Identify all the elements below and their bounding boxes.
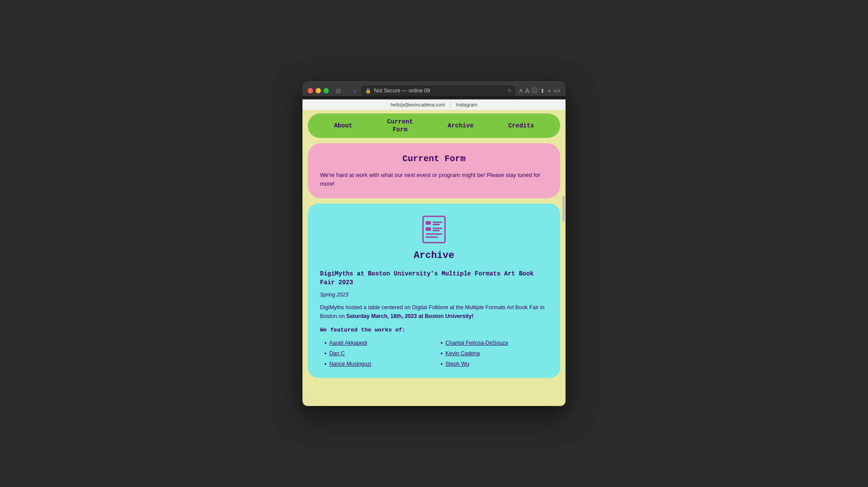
artist-kevin-link[interactable]: Kevin Cadena <box>445 350 480 356</box>
svg-rect-2 <box>433 222 442 223</box>
archive-document-icon <box>419 214 449 245</box>
forward-button[interactable]: › <box>352 86 358 95</box>
artist-chantal-link[interactable]: Chantal Feitosa-DeSouza <box>445 340 508 346</box>
featured-works-heading: We featured the works of: <box>320 327 548 333</box>
browser-titlebar: ⊟ ‹ › 🔒 Not Secure — online 09 ↻ A A ⓘ ⬆… <box>308 85 560 96</box>
instagram-link[interactable]: Instagram <box>451 101 483 108</box>
reload-icon[interactable]: ↻ <box>508 88 512 94</box>
archive-icon-container <box>320 214 548 245</box>
sidebar-icon: ⊟ <box>336 87 341 94</box>
current-form-body: We're hard at work with what our next ev… <box>320 171 548 188</box>
svg-rect-7 <box>426 233 442 235</box>
font-larger-icon[interactable]: A <box>525 87 529 94</box>
current-form-section: Current Form We're hard at work with wha… <box>308 143 560 198</box>
artist-nance-link[interactable]: Nance Musinguzi <box>329 361 371 367</box>
event-desc-bold: Saturday March, 18th, 2023 at Boston Uni… <box>346 313 473 319</box>
security-icon: 🔒 <box>365 88 371 94</box>
browser-controls: ⊟ ‹ › <box>336 86 357 95</box>
new-tab-icon[interactable]: + <box>548 88 551 94</box>
share-icon[interactable]: ⬆ <box>540 88 545 94</box>
artist-steph: Steph Wu <box>441 360 548 367</box>
address-bar[interactable]: 🔒 Not Secure — online 09 ↻ <box>361 85 516 96</box>
nav-archive[interactable]: Archive <box>448 122 473 129</box>
artist-chantal: Chantal Feitosa-DeSouza <box>441 339 548 346</box>
site-nav: About CurrentForm Archive Credits <box>308 113 560 138</box>
browser-chrome: ⊟ ‹ › 🔒 Not Secure — online 09 ↻ A A ⓘ ⬆… <box>302 81 566 96</box>
artist-dan-link[interactable]: Dan C <box>329 350 345 356</box>
font-smaller-icon[interactable]: A <box>519 88 523 93</box>
close-button[interactable] <box>308 88 313 93</box>
email-link[interactable]: hello[at]kevincadena.com <box>385 101 451 108</box>
current-form-title: Current Form <box>320 154 548 164</box>
back-button[interactable]: ‹ <box>344 86 349 95</box>
traffic-lights <box>308 88 329 93</box>
archive-title: Archive <box>320 250 548 261</box>
svg-rect-4 <box>426 227 431 231</box>
artist-aarati: Aarati Akkapedi <box>324 339 432 346</box>
artist-nance: Nance Musinguzi <box>324 360 432 367</box>
top-links-bar: hello[at]kevincadena.com Instagram <box>302 99 566 110</box>
scrollbar-thumb[interactable] <box>562 196 565 222</box>
maximize-button[interactable] <box>324 88 329 93</box>
nav-credits[interactable]: Credits <box>508 122 534 129</box>
event-title: DigiMyths at Boston University's Multipl… <box>320 270 548 287</box>
nav-current-form[interactable]: CurrentForm <box>387 118 413 134</box>
info-icon[interactable]: ⓘ <box>532 87 537 95</box>
toolbar-icons: A A ⓘ ⬆ + >> <box>519 87 560 95</box>
scrollbar[interactable] <box>562 99 565 406</box>
artist-kevin: Kevin Cadena <box>441 350 548 357</box>
more-icon[interactable]: >> <box>554 88 560 94</box>
artist-dan: Dan C <box>324 350 432 357</box>
nav-about[interactable]: About <box>334 122 352 129</box>
event-date: Spring 2023 <box>320 292 548 298</box>
website-content: hello[at]kevincadena.com Instagram About… <box>302 99 566 406</box>
svg-rect-6 <box>433 230 440 231</box>
minimize-button[interactable] <box>316 88 321 93</box>
artists-grid: Aarati Akkapedi Chantal Feitosa-DeSouza … <box>320 339 548 367</box>
archive-section: Archive DigiMyths at Boston University's… <box>308 204 560 378</box>
artist-steph-link[interactable]: Steph Wu <box>445 361 470 367</box>
svg-rect-8 <box>426 236 438 238</box>
artist-aarati-link[interactable]: Aarati Akkapedi <box>329 340 367 346</box>
svg-rect-3 <box>433 224 440 225</box>
address-icons: ↻ <box>508 88 512 94</box>
event-description: DigiMyths hosted a table centered on Dig… <box>320 303 548 321</box>
svg-rect-1 <box>426 221 431 225</box>
svg-rect-5 <box>433 228 442 229</box>
address-text: Not Secure — online 09 <box>374 88 430 94</box>
browser-window: ⊟ ‹ › 🔒 Not Secure — online 09 ↻ A A ⓘ ⬆… <box>302 81 566 406</box>
